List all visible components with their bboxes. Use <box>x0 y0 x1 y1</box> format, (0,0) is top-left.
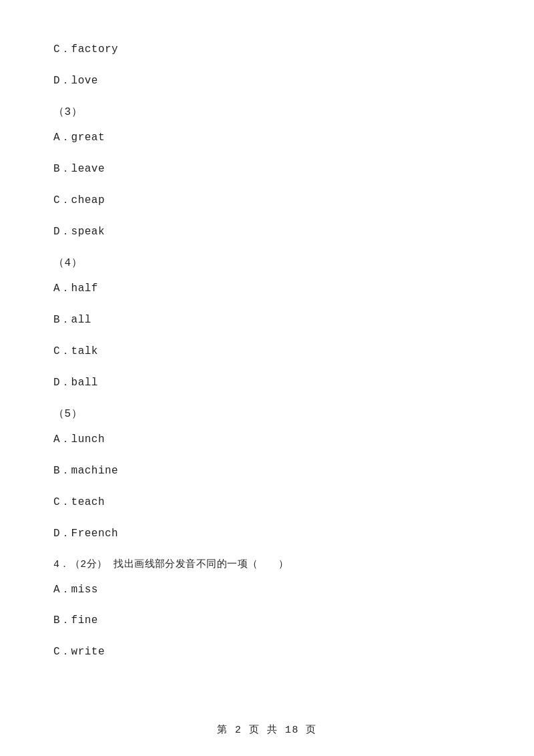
c-teach: C．teach <box>53 493 481 512</box>
q4: （4） <box>53 254 481 273</box>
d-freench: D．Freench <box>53 524 481 544</box>
d-ball: D．ball <box>53 373 481 393</box>
d-speak: D．speak <box>53 222 481 242</box>
a-great: A．great <box>53 128 481 148</box>
q3: （3） <box>53 103 481 122</box>
a-miss: A．miss <box>53 580 481 600</box>
b-leave: B．leave <box>53 160 481 179</box>
c-cheap: C．cheap <box>53 191 481 210</box>
page-footer: 第 2 页 共 18 页 <box>0 723 534 736</box>
b-fine: B．fine <box>53 611 481 630</box>
page-content: C．factoryD．love（3）A．greatB．leaveC．cheapD… <box>0 0 534 714</box>
b-machine: B．machine <box>53 461 481 481</box>
c-factory: C．factory <box>53 40 481 59</box>
b-all: B．all <box>53 311 481 330</box>
c-talk: C．talk <box>53 342 481 361</box>
section4: 4．（2分） 找出画线部分发音不同的一项（ ） <box>53 556 481 574</box>
a-half: A．half <box>53 279 481 299</box>
c-write: C．write <box>53 642 481 662</box>
footer-text: 第 2 页 共 18 页 <box>217 725 317 736</box>
a-lunch: A．lunch <box>53 430 481 449</box>
q5: （5） <box>53 405 481 424</box>
d-love: D．love <box>53 71 481 91</box>
